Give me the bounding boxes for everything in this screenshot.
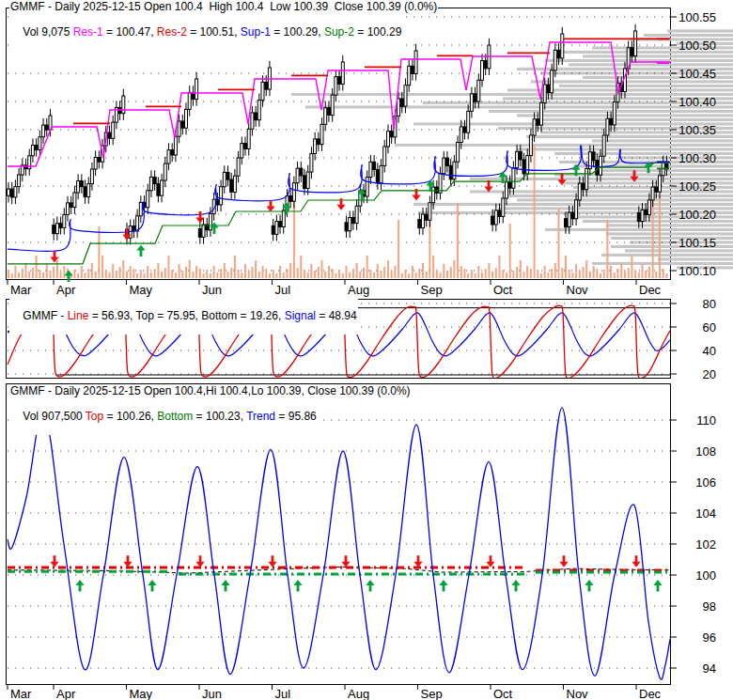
trend-y-axis: 110108106104102100989694: [671, 413, 716, 676]
y-tick-label: 100.40: [678, 95, 716, 109]
y-tick-label: 60: [703, 320, 716, 334]
trend-x-axis: MarAprMayJunJulAugSepOctNovDec: [8, 685, 662, 700]
x-tick-label: Dec: [639, 687, 662, 700]
panel3-title: GMMF - Daily 2025-12-15 Open 100.4,Hi 10…: [9, 385, 412, 397]
legend-seg: Signal: [285, 309, 316, 322]
y-tick-label: 100: [695, 568, 716, 583]
legend-seg: Bottom: [157, 410, 193, 423]
legend-seg: Line: [68, 309, 89, 322]
legend-seg: Top: [86, 410, 103, 423]
y-tick-label: 106: [695, 475, 716, 490]
x-tick-label: Apr: [56, 283, 76, 297]
legend-seg: = 100.29,: [271, 25, 324, 39]
legend-seg: Vol 907,500: [23, 410, 86, 423]
y-tick-label: 98: [703, 599, 716, 614]
legend-seg: = 100.47,: [103, 25, 157, 39]
price-x-axis: MarAprMayJunJulAugSepOctNovDec: [8, 280, 662, 297]
legend-seg: Res-1: [73, 25, 103, 39]
y-tick-label: 94: [703, 661, 716, 676]
y-tick-label: 100.45: [678, 67, 716, 81]
y-tick-label: 102: [695, 537, 716, 552]
x-tick-label: Nov: [567, 687, 589, 700]
panel3-legend: Vol 907,500 Top = 100.26, Bottom = 100.2…: [9, 398, 318, 435]
legend-seg: = 95.86: [275, 410, 317, 423]
x-tick-label: Jul: [275, 283, 291, 297]
x-tick-label: Oct: [493, 283, 513, 297]
legend-seg: GMMF -: [23, 309, 67, 322]
y-tick-label: 96: [703, 630, 716, 645]
x-tick-label: Mar: [10, 687, 32, 700]
oscillator-y-axis: 80604020: [671, 297, 716, 381]
legend-seg: Trend: [246, 410, 275, 423]
y-tick-label: 80: [703, 297, 716, 311]
x-tick-label: Nov: [567, 283, 589, 297]
y-tick-label: 110: [696, 413, 716, 428]
chart-window: 100.55100.50100.45100.40100.35100.30100.…: [0, 0, 733, 700]
y-tick-label: 100.25: [678, 179, 716, 194]
panel1-legend: Vol 9,075 Res-1 = 100.47, Res-2 = 100.51…: [9, 14, 402, 51]
x-tick-label: May: [130, 687, 153, 700]
x-tick-label: Jul: [275, 687, 291, 700]
legend-seg: = 100.26,: [103, 410, 157, 423]
y-tick-label: 100.15: [678, 236, 716, 250]
legend-seg: = 56.93, Top = 75.95, Bottom = 19.26,: [88, 309, 284, 322]
y-tick-label: 100.30: [678, 151, 716, 165]
x-tick-label: May: [130, 283, 153, 297]
x-tick-label: Aug: [348, 687, 369, 700]
charts-svg: 100.55100.50100.45100.40100.35100.30100.…: [0, 0, 733, 700]
y-tick-label: 100.55: [678, 10, 716, 24]
panel1-title: GMMF - Daily 2025-12-15 Open 100.4 High …: [9, 1, 438, 13]
x-tick-label: Mar: [10, 283, 32, 297]
y-tick-label: 100.10: [678, 264, 716, 278]
x-tick-label: Jun: [202, 687, 222, 700]
y-tick-label: 104: [695, 506, 716, 521]
legend-seg: Res-2: [157, 25, 187, 39]
legend-seg: = 100.23,: [193, 410, 246, 423]
legend-seg: = 100.29: [354, 25, 401, 39]
y-tick-label: 108: [695, 444, 716, 459]
x-tick-label: Apr: [56, 687, 76, 700]
legend-seg: Vol 9,075: [23, 25, 72, 39]
y-tick-label: 100.50: [678, 39, 716, 53]
x-tick-label: Dec: [639, 283, 662, 297]
y-tick-label: 100.35: [678, 123, 716, 137]
y-tick-label: 100.20: [678, 208, 716, 222]
x-tick-label: Sep: [421, 283, 443, 297]
y-tick-label: 20: [703, 367, 716, 381]
x-tick-label: Jun: [202, 283, 222, 297]
x-tick-label: Aug: [348, 283, 369, 297]
x-tick-label: Sep: [421, 687, 443, 700]
legend-seg: Sup-1: [241, 25, 271, 39]
x-tick-label: Oct: [493, 687, 513, 700]
legend-seg: Sup-2: [324, 25, 354, 39]
y-tick-label: 40: [703, 344, 716, 358]
panel2-legend: GMMF - Line = 56.93, Top = 75.95, Bottom…: [9, 298, 358, 334]
legend-seg: = 100.51,: [187, 25, 241, 39]
legend-seg: = 48.94: [316, 309, 357, 322]
